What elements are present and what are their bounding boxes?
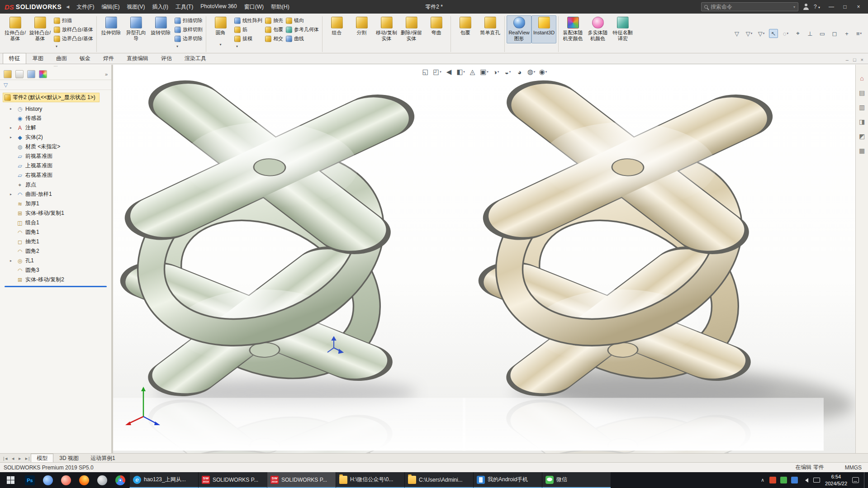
menu-item-4[interactable]: 工具(T) xyxy=(172,1,197,13)
linear-pattern-button[interactable]: 线性阵列 xyxy=(234,17,262,24)
multibody-random-color-button[interactable]: 多实体随机颜色 xyxy=(585,15,610,43)
tree-item-solid-bodies[interactable]: ▸◆实体(2) xyxy=(2,133,111,142)
win-close-button[interactable]: × xyxy=(852,1,865,13)
shell-button[interactable]: 抽壳 xyxy=(265,17,283,24)
menu-item-7[interactable]: 帮助(H) xyxy=(267,1,293,13)
display-style-button[interactable]: ◑▾ xyxy=(491,66,501,77)
select-cursor-icon[interactable]: ↖ xyxy=(769,29,778,38)
custom-properties-icon[interactable]: ▦ xyxy=(858,146,867,155)
menu-pin-icon[interactable]: ◀ xyxy=(66,5,69,9)
flex-button[interactable]: 弯曲 xyxy=(424,15,449,43)
hole-wizard-button[interactable]: 异型孔向导 xyxy=(123,15,148,43)
snap-perpendicular-icon[interactable]: ⊥ xyxy=(806,29,815,38)
boundary-cut-button[interactable]: 边界切除 xyxy=(175,35,203,43)
previous-view-button[interactable]: ◀ xyxy=(444,66,454,77)
tree-item-body-move-copy1[interactable]: ⊞实体-移动/复制1 xyxy=(2,208,111,218)
browser-hao123-task-button[interactable]: ehao123_上网从... xyxy=(129,472,198,488)
tab-焊件[interactable]: 焊件 xyxy=(97,53,120,64)
view-settings-button[interactable]: ◉▾ xyxy=(538,66,548,77)
intersect-button[interactable]: 相交 xyxy=(265,35,283,43)
fillet-caret-icon[interactable]: ▾ xyxy=(220,43,222,47)
bottom-tab-模型[interactable]: 模型 xyxy=(31,454,53,462)
volume-icon[interactable] xyxy=(803,478,808,483)
extruded-boss-button[interactable]: 拉伸凸台/基体 xyxy=(3,15,28,43)
doc-minimize-icon[interactable]: ‒ xyxy=(846,57,849,62)
curves-button[interactable]: 曲线 xyxy=(286,35,319,43)
hide-show-items-button[interactable]: ◒▾ xyxy=(503,66,513,77)
doc-close-icon[interactable]: × xyxy=(861,57,863,62)
edit-appearance-button[interactable]: ◕ xyxy=(515,66,525,77)
android-phone-task-button[interactable]: 我的Android手机 xyxy=(473,472,542,488)
tree-item-shell1[interactable]: ◻抽壳1 xyxy=(2,237,111,246)
design-library-icon[interactable]: ▤ xyxy=(858,88,867,97)
wrap-button[interactable]: 包覆 xyxy=(265,26,283,33)
revolved-cut-button[interactable]: 旋转切除 xyxy=(148,15,173,43)
display-manager-tab[interactable] xyxy=(39,70,47,78)
folder-users-admin-task-button[interactable]: C:\Users\Admini... xyxy=(404,472,473,488)
tree-item-body-move-copy2[interactable]: ⊞实体-移动/复制2 xyxy=(2,275,111,284)
menu-item-5[interactable]: PhotoView 360 xyxy=(197,1,241,13)
tab-nav-icon[interactable]: ►| xyxy=(23,456,31,461)
model-right[interactable] xyxy=(480,79,806,445)
lofted-boss-button[interactable]: 放样凸台/基体 xyxy=(54,26,93,33)
viewport-3d[interactable]: ◱◰▾◀◧▾◬▣▾◑▾◒▾◕◍▾◉▾ xyxy=(113,65,855,453)
file-explorer-icon[interactable]: ▥ xyxy=(858,103,867,112)
tab-nav-icon[interactable]: ► xyxy=(16,456,23,461)
tray-app-icon-1[interactable] xyxy=(780,477,787,483)
app-gray-taskbar-icon[interactable] xyxy=(93,472,111,488)
fillet-button[interactable]: 圆角▾ xyxy=(208,15,233,48)
search-input[interactable]: 搜索命令 ▾ xyxy=(701,2,798,11)
tab-钣金[interactable]: 钣金 xyxy=(73,53,97,64)
tray-expand-icon[interactable]: ∧ xyxy=(761,477,764,483)
rib-button[interactable]: 筋 xyxy=(234,26,262,33)
menu-item-6[interactable]: 窗口(W) xyxy=(241,1,267,13)
tree-item-combine1[interactable]: ◫组合1 xyxy=(2,218,111,227)
solidworks-window-1-task-button[interactable]: SW2019SOLIDWORKS P... xyxy=(198,472,267,488)
zoom-fit-button[interactable]: ◱ xyxy=(421,66,431,77)
panel-grip[interactable]: ⋯ xyxy=(0,65,111,68)
tab-nav-icon[interactable]: ◄ xyxy=(9,456,16,461)
draft-button[interactable]: 拔模 xyxy=(234,35,262,43)
win-restore-button[interactable]: □ xyxy=(838,1,852,13)
more-tools-icon[interactable]: ≡▾ xyxy=(854,29,863,38)
chrome-taskbar-icon[interactable] xyxy=(111,472,129,488)
menu-item-3[interactable]: 插入(I) xyxy=(149,1,172,13)
view-palette-icon[interactable]: ◨ xyxy=(858,117,867,126)
help-button[interactable]: ? ▾ xyxy=(814,4,820,10)
search-caret-icon[interactable]: ▾ xyxy=(793,5,795,9)
units-label[interactable]: MMGS xyxy=(845,464,862,471)
snap-point-icon[interactable]: ⌖ xyxy=(793,29,802,38)
realview-graphics-button[interactable]: RealView图形 xyxy=(507,15,531,43)
instant3d-button[interactable]: Instant3D xyxy=(531,15,556,43)
dynamic-annotation-button[interactable]: ◬ xyxy=(468,66,478,77)
expand-arrow-icon[interactable]: ▸ xyxy=(10,126,14,130)
model-left[interactable] xyxy=(122,79,448,445)
delete-keep-body-button[interactable]: 删除/保留实体 xyxy=(399,15,424,43)
photoshop-taskbar-icon[interactable]: Ps xyxy=(21,472,39,488)
tree-item-surface-loft1[interactable]: ▸◠曲面-放样1 xyxy=(2,190,111,199)
expand-arrow-icon[interactable]: ▸ xyxy=(10,192,14,196)
move-copy-body-button[interactable]: 移动/复制实体 xyxy=(374,15,399,43)
tree-item-history[interactable]: ▸◷History xyxy=(2,104,111,114)
tree-item-fillet1[interactable]: ◠圆角1 xyxy=(2,227,111,237)
filter-faces-icon[interactable]: ▽▾ xyxy=(757,29,766,38)
rollback-bar[interactable] xyxy=(5,286,107,287)
app-red-taskbar-icon[interactable] xyxy=(57,472,75,488)
show-desktop-button[interactable] xyxy=(864,472,866,488)
filter-edges-icon[interactable]: ▽▾ xyxy=(745,29,754,38)
wrap-2-button[interactable]: 包覆 xyxy=(453,15,478,43)
tab-评估[interactable]: 评估 xyxy=(155,53,178,64)
tab-渲染工具[interactable]: 渲染工具 xyxy=(178,53,213,64)
tree-item-right-plane[interactable]: ▱右视基准面 xyxy=(2,171,111,180)
tree-item-thicken1[interactable]: ≋加厚1 xyxy=(2,199,111,208)
boundary-boss-button[interactable]: 边界凸台/基体 xyxy=(54,35,93,43)
tab-直接编辑[interactable]: 直接编辑 xyxy=(120,53,155,64)
network-icon[interactable] xyxy=(813,478,820,483)
tray-app-icon-2[interactable] xyxy=(791,477,798,483)
tab-曲面[interactable]: 曲面 xyxy=(50,53,73,64)
filter-funnel-icon[interactable]: ▽ xyxy=(732,29,741,38)
bottom-tab-运动算例1[interactable]: 运动算例1 xyxy=(85,454,121,462)
taskbar-clock[interactable]: 6:54 2024/5/22 xyxy=(825,474,847,487)
zoom-area-button[interactable]: ◰▾ xyxy=(432,66,442,77)
wechat-task-button[interactable]: 微信 xyxy=(542,472,611,488)
